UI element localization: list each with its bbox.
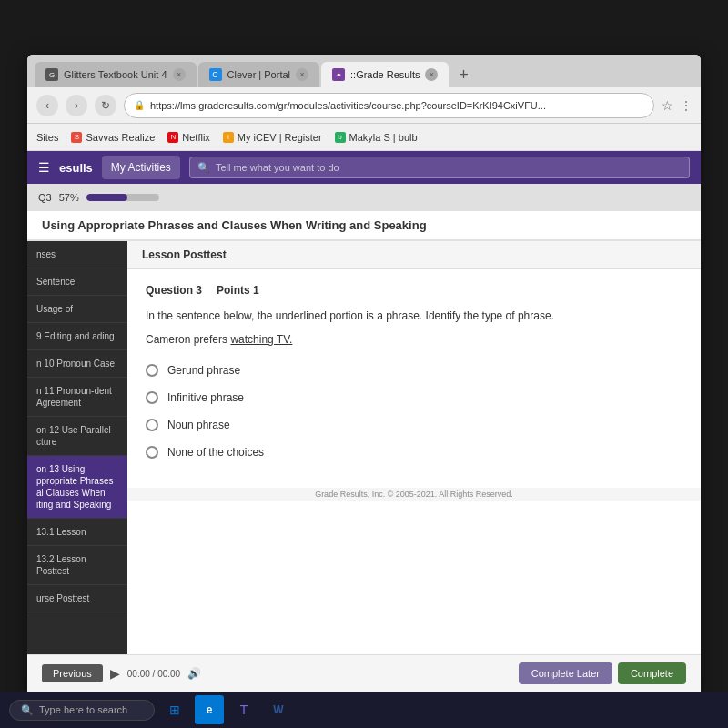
lesson-posttest-header: Lesson Posttest [127,241,701,269]
choice-infinitive[interactable]: Infinitive phrase [146,391,682,404]
question-area: Question 3 Points 1 In the sentence belo… [127,269,701,488]
sidebar-item-posttest[interactable]: 13.2 Lesson Posttest [27,546,127,585]
tab-close-clever[interactable]: × [296,68,308,81]
sentence-before: Cameron prefers [146,333,230,346]
bookmark-sites-label: Sites [36,132,58,143]
bookmark-netflix-label: Netflix [182,132,210,143]
app-header: ☰ esulls My Activities 🔍 Tell me what yo… [27,151,701,184]
choice-infinitive-label: Infinitive phrase [167,391,244,404]
sidebar-item-editing[interactable]: 9 Editing and ading [27,323,127,350]
time-display: 00:00 / 00:00 [127,669,180,679]
copyright-text: Grade Results, Inc. © 2005-2021. All Rig… [315,490,513,499]
sidebar-item-sentence[interactable]: Sentence [27,268,127,296]
taskbar-search-icon: 🔍 [21,704,34,716]
app-search-bar[interactable]: 🔍 Tell me what you want to do [189,157,690,178]
nav-my-activities[interactable]: My Activities [102,156,180,179]
sidebar-item-parallel[interactable]: on 12 Use Parallel cture [27,417,127,456]
course-title: Using Appropriate Phrases and Clauses Wh… [42,218,427,232]
tab-grade-results[interactable]: ✦ ::Grade Results × [321,62,449,87]
bookmark-savvas[interactable]: S Savvas Realize [71,132,155,143]
sidebar-item-phrases[interactable]: on 13 Using ppropriate Phrases al Clause… [27,456,127,519]
taskbar-search[interactable]: 🔍 Type here to search [9,700,155,721]
progress-bar-outer [86,194,159,201]
choice-none[interactable]: None of the choices [146,446,682,459]
question-number-indicator: Q3 [38,192,52,203]
tab-close-glitters[interactable]: × [173,68,186,81]
bookmark-star-icon[interactable]: ☆ [662,98,673,113]
sidebar-item-lesson[interactable]: 13.1 Lesson [27,519,127,546]
radio-gerund[interactable] [146,364,158,377]
forward-button[interactable]: › [66,95,87,116]
choice-gerund[interactable]: Gerund phrase [146,364,682,377]
sidebar-item-0[interactable]: nses [27,241,127,268]
choice-gerund-label: Gerund phrase [167,364,240,377]
main-layout: nses Sentence Usage of 9 Editing and adi… [27,241,701,692]
address-bar: ‹ › ↻ 🔒 https://lms.graderesults.com/gr/… [27,87,701,124]
url-text: https://lms.graderesults.com/gr/modules/… [150,100,546,111]
media-controls: Previous ▶ 00:00 / 00:00 🔊 [127,664,201,682]
copyright-bar: Grade Results, Inc. © 2005-2021. All Rig… [127,488,701,500]
bulb-favicon: b [335,132,346,143]
question-points: Points 1 [217,284,259,297]
netflix-favicon: N [167,132,178,143]
tab-favicon-glitters: G [46,68,58,81]
radio-none[interactable] [146,446,158,459]
complete-later-button[interactable]: Complete Later [519,662,612,684]
tab-bar: G Glitters Textbook Unit 4 × C Clever | … [27,55,701,87]
progress-percent: 57% [59,192,79,203]
tab-label-grade: ::Grade Results [350,69,420,80]
refresh-button[interactable]: ↻ [95,95,116,116]
new-tab-button[interactable]: + [450,62,476,87]
sidebar-item-usage[interactable]: Usage of [27,296,127,323]
bookmark-icev[interactable]: i My iCEV | Register [223,132,322,143]
bookmark-netflix[interactable]: N Netflix [167,132,210,143]
browser-search-icon[interactable]: ⋮ [681,99,692,112]
tab-label-glitters: Glitters Textbook Unit 4 [64,69,167,80]
choice-noun[interactable]: Noun phrase [146,419,682,431]
bookmark-sites[interactable]: Sites [36,132,58,143]
bookmark-bulb[interactable]: b Makyla S | bulb [335,132,418,143]
bookmark-icev-label: My iCEV | Register [238,132,322,143]
tab-clever[interactable]: C Clever | Portal × [198,62,320,87]
complete-button[interactable]: Complete [618,662,686,684]
sidebar-item-pronoun-agreement[interactable]: n 11 Pronoun-dent Agreement [27,378,127,417]
tab-close-grade[interactable]: × [425,68,438,81]
radio-noun[interactable] [146,419,158,431]
taskbar-edge-icon[interactable]: e [195,695,224,724]
tab-glitters[interactable]: G Glitters Textbook Unit 4 × [35,62,197,87]
bookmark-bulb-label: Makyla S | bulb [349,132,418,143]
back-button[interactable]: ‹ [36,95,58,116]
lock-icon: 🔒 [134,100,145,110]
lesson-section-label: Lesson Posttest [142,248,227,261]
radio-infinitive[interactable] [146,391,158,404]
bookmark-savvas-label: Savvas Realize [86,132,155,143]
taskbar-search-label: Type here to search [39,704,127,715]
sidebar-item-pronoun-case[interactable]: n 10 Pronoun Case [27,350,127,378]
savvas-favicon: S [71,132,82,143]
tab-label-clever: Clever | Portal [228,69,291,80]
sidebar: nses Sentence Usage of 9 Editing and adi… [27,241,127,692]
choice-noun-label: Noun phrase [167,419,230,431]
icev-favicon: i [223,132,234,143]
question-sentence: Cameron prefers watching TV. [146,333,682,346]
course-title-bar: Using Appropriate Phrases and Clauses Wh… [27,211,701,241]
sidebar-item-course-posttest[interactable]: urse Posttest [27,585,127,612]
menu-icon[interactable]: ☰ [38,160,50,175]
search-placeholder: Tell me what you want to do [216,162,339,173]
tab-favicon-clever: C [209,68,222,81]
browser-window: G Glitters Textbook Unit 4 × C Clever | … [27,55,701,692]
content-area: Lesson Posttest Question 3 Points 1 In t… [127,241,701,692]
search-icon: 🔍 [197,162,210,174]
question-number: Question 3 [146,284,202,297]
tab-favicon-grade: ✦ [332,68,345,81]
taskbar-windows-button[interactable]: ⊞ [160,695,189,724]
url-bar[interactable]: 🔒 https://lms.graderesults.com/gr/module… [124,93,654,118]
volume-icon[interactable]: 🔊 [187,667,201,680]
taskbar-teams-icon[interactable]: T [229,695,258,724]
bookmarks-bar: Sites S Savvas Realize N Netflix i My iC… [27,124,701,151]
question-header: Question 3 Points 1 [146,284,682,297]
taskbar-word-icon[interactable]: W [264,695,293,724]
bottom-actions: Previous ▶ 00:00 / 00:00 🔊 Complete Late… [127,654,701,692]
app-logo: esulls [59,161,93,175]
progress-area: Q3 57% [27,184,701,211]
